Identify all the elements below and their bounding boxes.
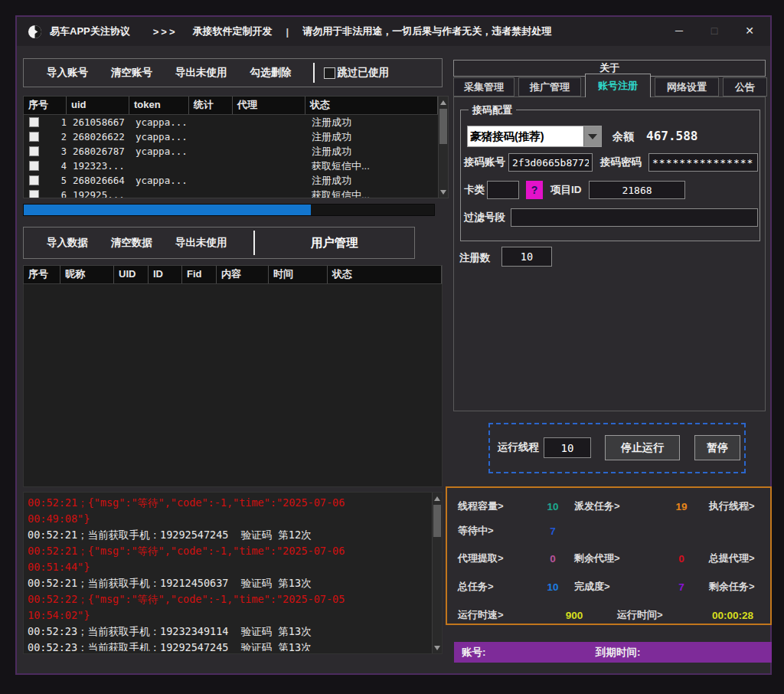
skip-used-checkbox[interactable] (324, 67, 335, 79)
cell-seq: 1 (44, 117, 68, 128)
delete-checked-button[interactable]: 勾选删除 (250, 66, 292, 80)
account-table-scrollbar[interactable] (438, 97, 448, 198)
export-unused-button[interactable]: 导出未使用 (175, 66, 227, 80)
stats-row: 总任务>10完成度>7剩余任务>0 (458, 578, 764, 595)
table-row[interactable]: 4192323...获取短信中... (24, 159, 448, 173)
table-row[interactable]: 2268026622ycappa...注册成功 (24, 129, 448, 144)
sms-account-input[interactable] (508, 153, 593, 172)
data-column-header-7: 状态 (328, 266, 442, 283)
help-button[interactable]: ? (526, 181, 543, 199)
data-column-header-4: Fid (182, 266, 217, 283)
stat-label: 总提代理> (709, 552, 784, 565)
table-row[interactable]: 6192925...获取短信中... (24, 188, 448, 198)
checkbox-icon[interactable] (29, 117, 39, 127)
stats-row: 线程容量>10派发任务>19执行线程>3 (458, 498, 764, 515)
log-scrollbar[interactable] (432, 493, 442, 653)
stop-run-button[interactable]: 停止运行 (605, 435, 680, 460)
scroll-thumb[interactable] (439, 109, 447, 144)
log-line: 00:52:21；当前获取手机：19212450637 验证码 第13次 (28, 575, 430, 591)
log-line: 00:52:23；当前获取手机：19292547245 验证码 第13次 (28, 640, 430, 651)
cell-uid: 192925... (68, 189, 131, 198)
stat-label: 运行时间> (617, 608, 701, 622)
checkbox-icon[interactable] (29, 175, 39, 185)
cell-uid: 268026664 (68, 175, 131, 186)
close-button[interactable]: ✕ (741, 21, 758, 41)
table-row[interactable]: 5268026664ycappa...注册成功 (24, 173, 448, 188)
account-column-header-1: uid (67, 97, 129, 114)
tab-collect[interactable]: 采集管理 (453, 77, 514, 97)
import-data-button[interactable]: 导入数据 (47, 236, 88, 250)
log-line: 00:52:21；{"msg":"等待","code":-1,"time":"2… (28, 543, 430, 559)
checkbox-icon[interactable] (29, 132, 39, 142)
scroll-down-icon[interactable] (439, 187, 448, 197)
stat-label: 执行线程> (709, 499, 784, 513)
tab-bar: 采集管理推广管理账号注册网络设置公告 (453, 77, 767, 97)
scroll-up-icon[interactable] (433, 493, 442, 503)
thread-count-input[interactable] (544, 437, 591, 458)
tab-announce[interactable]: 公告 (723, 77, 767, 97)
window-controls: ─ □ ✕ (671, 21, 758, 41)
provider-selected-value: 豪猪接码(推荐) (468, 126, 583, 146)
checkbox-icon[interactable] (29, 146, 39, 156)
export-unused-data-button[interactable]: 导出未使用 (175, 236, 227, 250)
stat-value: 7 (654, 581, 709, 593)
account-column-header-0: 序号 (24, 97, 67, 114)
log-lines: 00:52:21；{"msg":"等待","code":-1,"time":"2… (28, 495, 430, 651)
stat-label: 运行时速> (458, 608, 531, 622)
toolbar-divider (313, 63, 315, 83)
scroll-down-icon[interactable] (433, 643, 442, 653)
maximize-button[interactable]: □ (706, 21, 723, 41)
filter-input[interactable] (511, 208, 758, 227)
sms-config-title: 接码配置 (469, 103, 516, 117)
checkbox-icon[interactable] (29, 190, 39, 198)
license-expire-label: 到期时间: (596, 642, 641, 663)
cell-token: ycappa... (131, 175, 191, 186)
skip-used-option[interactable]: 跳过已使用 (324, 66, 390, 80)
progress-bar (23, 204, 435, 216)
account-column-header-5: 状态 (305, 97, 438, 114)
cell-status: 注册成功 (307, 174, 351, 188)
stat-label: 等待中> (458, 524, 531, 538)
account-column-header-2: token (129, 97, 189, 114)
thread-count-label: 运行线程 (498, 440, 539, 454)
stat-label: 线程容量> (458, 499, 531, 513)
clear-accounts-button[interactable]: 清空账号 (111, 66, 152, 80)
import-accounts-button[interactable]: 导入账号 (47, 66, 88, 80)
account-table-header: 序号uidtoken统计代理状态 (24, 97, 448, 115)
tab-register[interactable]: 账号注册 (585, 74, 651, 97)
provider-select[interactable]: 豪猪接码(推荐) (467, 126, 602, 147)
app-logo-icon (28, 25, 42, 39)
row-checkbox-cell (24, 117, 44, 127)
app-window: 易车APP关注协议 >>> 承接软件定制开发 | 请勿用于非法用途，一切后果与作… (15, 15, 772, 675)
user-management-button[interactable]: 用户管理 (255, 235, 415, 251)
minimize-button[interactable]: ─ (671, 21, 688, 41)
run-controls: 运行线程 停止运行 暂停 (488, 423, 746, 473)
license-account-label: 账号: (462, 642, 486, 663)
card-type-input[interactable] (487, 181, 519, 199)
sms-password-input[interactable] (648, 153, 758, 172)
chevron-down-icon[interactable] (583, 126, 601, 146)
account-table-body: 1261058667ycappa...注册成功2268026622ycappa.… (24, 115, 448, 198)
cell-status: 获取短信中... (307, 188, 370, 199)
stat-label: 总任务> (458, 580, 531, 594)
stat-value: 0 (654, 553, 709, 565)
clear-data-button[interactable]: 清空数据 (111, 236, 152, 250)
pause-button[interactable]: 暂停 (694, 435, 740, 460)
stats-row: 等待中>7 (458, 522, 764, 539)
tab-promote[interactable]: 推广管理 (518, 77, 581, 97)
cell-seq: 4 (44, 161, 68, 172)
cell-uid: 192323... (68, 160, 131, 172)
cell-status: 注册成功 (307, 145, 351, 159)
scroll-thumb[interactable] (433, 505, 441, 537)
tab-network[interactable]: 网络设置 (655, 77, 719, 97)
cell-uid: 261058667 (68, 116, 131, 128)
card-type-label: 卡类 (464, 181, 485, 199)
table-row[interactable]: 1261058667ycappa...注册成功 (24, 115, 448, 129)
table-row[interactable]: 3268026787ycappa...注册成功 (24, 144, 448, 159)
stat-value: 10 (531, 581, 574, 593)
checkbox-icon[interactable] (29, 161, 39, 171)
project-id-input[interactable] (589, 181, 685, 199)
scroll-up-icon[interactable] (439, 97, 448, 107)
account-column-header-3: 统计 (189, 97, 233, 114)
data-table-header: 序号昵称UIDIDFid内容时间状态 (23, 265, 443, 284)
